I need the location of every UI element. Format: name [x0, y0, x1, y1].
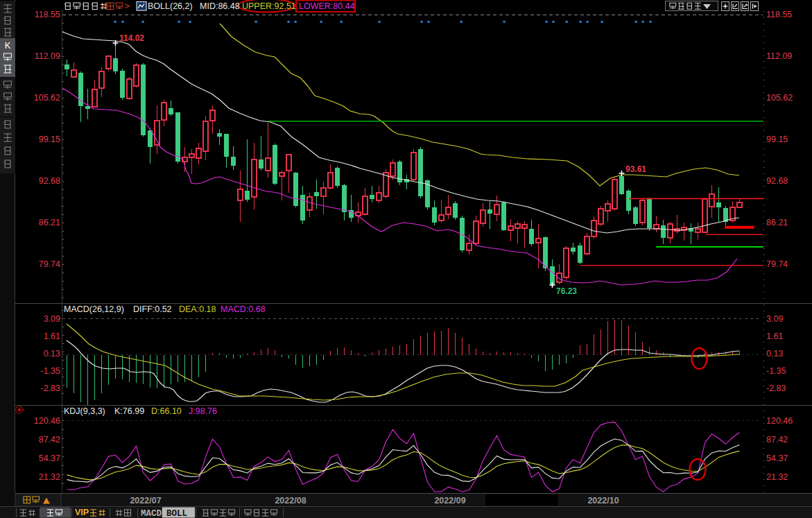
- svg-text:1.61: 1.61: [766, 331, 783, 341]
- svg-text:120.46: 120.46: [34, 416, 60, 426]
- svg-text:87.42: 87.42: [39, 435, 60, 444]
- svg-text:87.42: 87.42: [766, 435, 788, 444]
- svg-text:112.09: 112.09: [35, 51, 60, 61]
- svg-text:BOLL(26,2): BOLL(26,2): [148, 1, 193, 11]
- svg-text:114.02: 114.02: [119, 33, 144, 43]
- svg-text:DEA:0.18: DEA:0.18: [179, 304, 216, 314]
- svg-text:99.15: 99.15: [766, 135, 788, 144]
- svg-text:1.61: 1.61: [44, 331, 60, 341]
- svg-text:79.74: 79.74: [766, 259, 788, 269]
- svg-text:92.68: 92.68: [39, 176, 60, 186]
- svg-text:UPPER:92.51: UPPER:92.51: [242, 1, 296, 11]
- svg-text:99.15: 99.15: [39, 135, 60, 144]
- svg-text:MACD(26,12,9): MACD(26,12,9): [64, 304, 124, 314]
- svg-text:-1.35: -1.35: [766, 366, 786, 376]
- svg-text:21.32: 21.32: [39, 472, 60, 482]
- svg-text:-1.35: -1.35: [41, 366, 61, 376]
- svg-text:3.09: 3.09: [44, 314, 60, 324]
- svg-text:118.55: 118.55: [766, 10, 792, 19]
- svg-text:54.37: 54.37: [766, 454, 788, 463]
- svg-text:120.46: 120.46: [766, 416, 793, 426]
- svg-text:VIP: VIP: [75, 508, 89, 517]
- svg-text:2022/07: 2022/07: [130, 496, 161, 506]
- svg-text:KDJ(9,3,3): KDJ(9,3,3): [64, 406, 105, 416]
- svg-text:D:66.10: D:66.10: [151, 406, 182, 416]
- svg-text:>: >: [124, 1, 130, 11]
- svg-text:-2.83: -2.83: [41, 383, 61, 393]
- svg-text:0.13: 0.13: [44, 349, 60, 359]
- svg-text:MACD:0.68: MACD:0.68: [221, 304, 266, 314]
- svg-text:2022/09: 2022/09: [434, 496, 465, 506]
- svg-text:105.62: 105.62: [34, 93, 60, 103]
- svg-text:2022/10: 2022/10: [587, 496, 619, 506]
- svg-text:76.23: 76.23: [556, 286, 577, 296]
- svg-text:79.74: 79.74: [39, 259, 60, 269]
- svg-text:J:98.76: J:98.76: [189, 406, 217, 416]
- svg-text:MID:86.48: MID:86.48: [200, 1, 240, 11]
- svg-text:86.21: 86.21: [39, 218, 60, 227]
- svg-text:LOWER:80.44: LOWER:80.44: [299, 1, 355, 11]
- svg-text:K: K: [5, 40, 11, 51]
- svg-text:3.09: 3.09: [766, 314, 783, 324]
- svg-text:K:76.99: K:76.99: [114, 406, 144, 416]
- svg-text:54.37: 54.37: [39, 454, 60, 463]
- svg-text:118.55: 118.55: [35, 10, 60, 19]
- svg-text:2022/08: 2022/08: [275, 496, 306, 506]
- svg-text:-2.83: -2.83: [766, 383, 786, 393]
- svg-text:DIFF:0.52: DIFF:0.52: [133, 304, 172, 314]
- svg-text:93.61: 93.61: [625, 164, 646, 174]
- svg-text:21.32: 21.32: [766, 472, 788, 482]
- svg-text:BOLL: BOLL: [166, 509, 187, 518]
- svg-text:92.68: 92.68: [766, 176, 788, 186]
- svg-text:<: <: [101, 1, 107, 11]
- svg-text:0.13: 0.13: [766, 349, 783, 359]
- svg-text:86.21: 86.21: [766, 218, 788, 227]
- svg-text:112.09: 112.09: [766, 51, 792, 61]
- svg-text:105.62: 105.62: [766, 93, 793, 103]
- svg-text:MACD: MACD: [141, 509, 162, 518]
